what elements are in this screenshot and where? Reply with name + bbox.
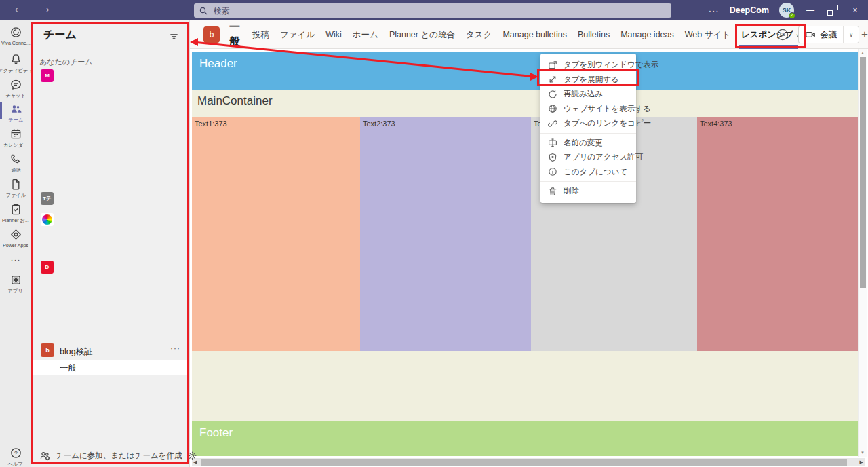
shield-icon	[548, 153, 557, 162]
tab-wiki[interactable]: Wiki	[326, 20, 342, 49]
menu-item-open-in-window[interactable]: タブを別ウィンドウで表示	[540, 58, 636, 73]
file-icon	[9, 178, 22, 191]
tab-web-site[interactable]: Web サイト	[685, 20, 730, 49]
panel-divider	[39, 441, 181, 441]
popout-window-icon	[548, 60, 557, 70]
menu-item-rename[interactable]: 名前の変更	[540, 136, 636, 151]
horizontal-scroll-thumb[interactable]	[201, 459, 847, 466]
teams-panel: チーム あなたのチーム M Tテ D b blog検証 ··· 一般 チームに参…	[31, 20, 190, 467]
your-teams-label: あなたのチーム	[39, 57, 93, 67]
team-chip-m[interactable]: M	[41, 69, 54, 82]
apps-icon	[9, 274, 22, 286]
sidebar-item-help[interactable]: ? ヘルプ	[0, 447, 31, 467]
sidebar-item-calendar[interactable]: カレンダー	[0, 128, 31, 149]
viva-connections-icon	[9, 26, 22, 39]
channel-team-badge: b	[203, 26, 220, 43]
app-brand: DeepCom	[730, 5, 769, 15]
team-more-icon[interactable]: ···	[170, 343, 180, 353]
calendar-icon	[9, 128, 22, 141]
teams-icon	[9, 102, 22, 115]
menu-item-show-website[interactable]: ウェブサイトを表示する	[540, 102, 636, 117]
tab-manage-ideas[interactable]: Manage ideas	[620, 20, 674, 49]
tab-files[interactable]: ファイル	[280, 20, 315, 49]
page-footer-section: Footer	[192, 421, 858, 456]
sidebar-item-activity[interactable]: アクティビティ	[0, 53, 31, 74]
sidebar-item-planner[interactable]: Planner お...	[0, 203, 31, 224]
add-tab-button[interactable]: +	[861, 20, 868, 49]
content-column-1: Text1:373	[192, 117, 360, 351]
sidebar-item-apps[interactable]: アプリ	[0, 274, 31, 295]
bell-icon	[9, 53, 22, 66]
app-rail: Viva Conne... アクティビティ チャット チーム	[0, 20, 31, 467]
presence-available-icon: ✓	[789, 12, 795, 19]
trash-icon	[548, 187, 557, 196]
search-input[interactable]	[212, 5, 666, 16]
refresh-icon	[548, 90, 557, 99]
search-icon	[199, 7, 208, 15]
sidebar-item-calls[interactable]: 通話	[0, 153, 31, 174]
menu-separator	[540, 133, 636, 134]
nav-forward-icon[interactable]: ›	[46, 4, 49, 14]
menu-item-expand-tab[interactable]: タブを展開する	[540, 73, 636, 88]
team-chip-t[interactable]: Tテ	[41, 192, 54, 205]
tab-manage-bulletins[interactable]: Manage bulletins	[502, 20, 567, 49]
search-box[interactable]	[194, 3, 671, 18]
svg-text:?: ?	[14, 450, 18, 457]
team-chip-pinwheel-icon[interactable]	[41, 213, 54, 226]
scroll-right-icon[interactable]: ▶	[860, 460, 863, 465]
sidebar-item-viva-connections[interactable]: Viva Conne...	[0, 26, 31, 46]
tab-context-menu: タブを別ウィンドウで表示 タブを展開する 再読み込み ウェブサイトを表示する タ…	[540, 54, 636, 203]
menu-item-copy-link[interactable]: タブへのリンクをコピー	[540, 116, 636, 131]
channel-item-general[interactable]: 一般	[31, 360, 189, 375]
close-button[interactable]: ×	[849, 5, 861, 15]
channel-name: 一般	[229, 20, 240, 49]
tab-planner-integration[interactable]: Planner との統合	[389, 20, 455, 49]
sidebar-item-files[interactable]: ファイル	[0, 178, 31, 199]
menu-item-app-permissions[interactable]: アプリのアクセス許可	[540, 150, 636, 165]
more-icon: ···	[11, 255, 21, 265]
tab-posts[interactable]: 投稿	[252, 20, 269, 49]
camera-icon	[805, 29, 816, 40]
globe-icon	[548, 104, 557, 113]
power-apps-icon	[9, 228, 22, 241]
sidebar-item-chat[interactable]: チャット	[0, 78, 31, 99]
menu-item-delete[interactable]: 削除	[540, 184, 636, 199]
sidebar-item-more[interactable]: ···	[0, 255, 31, 265]
phone-icon	[9, 153, 22, 166]
minimize-button[interactable]: —	[804, 5, 816, 15]
team-row-blog[interactable]: b blog検証 ···	[31, 342, 189, 360]
tab-home[interactable]: ホーム	[353, 20, 378, 49]
link-icon	[548, 119, 557, 128]
titlebar-more-icon[interactable]: ···	[709, 5, 719, 16]
channel-tab-bar: b 一般 投稿 ファイル Wiki ホーム Planner との統合 タスク M…	[190, 20, 868, 49]
nav-back-icon[interactable]: ‹	[15, 4, 18, 14]
meet-dropdown[interactable]: ∨	[843, 26, 859, 43]
menu-separator	[540, 181, 636, 182]
tab-content: Header MainContainer Text1:373 Text2:373…	[190, 49, 868, 467]
filter-icon[interactable]	[169, 31, 179, 41]
tab-bulletins[interactable]: Bulletins	[578, 20, 610, 49]
active-indicator	[0, 102, 2, 119]
gear-icon[interactable]	[187, 451, 197, 461]
join-or-create-team[interactable]: チームに参加、またはチームを作成	[56, 451, 182, 461]
conversation-icon[interactable]	[776, 28, 789, 41]
vertical-scrollbar[interactable]: ▲ ▼	[858, 49, 867, 457]
meet-button[interactable]: 会議 ∨	[798, 26, 859, 43]
avatar[interactable]: SK ✓	[779, 3, 794, 18]
horizontal-scrollbar[interactable]: ◀ ▶	[192, 458, 865, 466]
scroll-down-icon[interactable]: ▼	[859, 451, 867, 455]
vertical-scroll-thumb[interactable]	[860, 57, 866, 288]
menu-item-about-tab[interactable]: このタブについて	[540, 165, 636, 180]
menu-item-reload[interactable]: 再読み込み	[540, 87, 636, 102]
scroll-up-icon[interactable]: ▲	[859, 51, 867, 55]
planner-icon	[9, 203, 22, 216]
chat-icon	[9, 78, 22, 91]
help-icon: ?	[9, 447, 22, 460]
page-header-section: Header	[192, 52, 858, 90]
tab-tasks[interactable]: タスク	[466, 20, 492, 49]
sidebar-item-power-apps[interactable]: Power Apps	[0, 228, 31, 248]
team-name: blog検証	[60, 346, 93, 358]
join-team-icon	[39, 450, 50, 461]
sidebar-item-teams[interactable]: チーム	[0, 102, 31, 124]
team-chip-d[interactable]: D	[41, 261, 54, 274]
